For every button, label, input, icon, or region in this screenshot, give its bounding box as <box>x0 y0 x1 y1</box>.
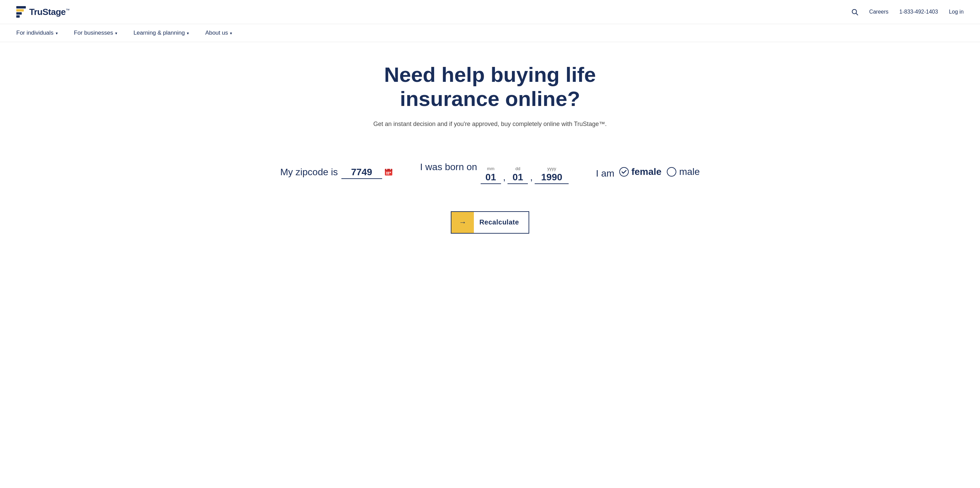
logo-text: TruStage™ <box>29 7 70 17</box>
zipcode-label: My zipcode is <box>280 167 338 178</box>
arrow-icon: → <box>459 218 466 227</box>
zipcode-group: My zipcode is <box>280 167 393 179</box>
logo-bar-1 <box>16 6 26 8</box>
main-nav: For individuals ▾ For businesses ▾ Learn… <box>0 24 980 42</box>
search-icon <box>851 8 858 16</box>
logo[interactable]: TruStage™ <box>16 6 70 17</box>
svg-rect-8 <box>390 172 391 173</box>
arrow-box: → <box>452 212 474 233</box>
zipcode-input-wrapper <box>341 167 393 179</box>
svg-point-0 <box>852 10 856 14</box>
header-right: Careers 1-833-492-1403 Log in <box>851 8 964 16</box>
quote-form: My zipcode is I was born on <box>0 141 980 198</box>
born-label: I was born on <box>420 162 477 173</box>
nav-learning-planning[interactable]: Learning & planning ▾ <box>134 30 189 37</box>
svg-rect-6 <box>386 172 387 173</box>
svg-rect-3 <box>385 169 392 171</box>
month-input[interactable] <box>480 172 501 184</box>
date-sep-1: , <box>503 172 506 183</box>
svg-rect-9 <box>386 173 387 174</box>
search-button[interactable] <box>851 8 858 16</box>
hero-subtitle: Get an instant decision and if you're ap… <box>14 121 966 128</box>
year-input[interactable] <box>535 172 569 184</box>
hero-title: Need help buying life insurance online? <box>371 62 609 111</box>
month-wrapper: mm <box>480 166 501 184</box>
male-circle-icon <box>667 167 676 176</box>
male-option[interactable]: male <box>667 166 700 177</box>
logo-bar-2 <box>16 9 24 11</box>
svg-point-11 <box>620 167 628 176</box>
female-label: female <box>632 166 662 177</box>
mm-label: mm <box>487 166 495 171</box>
recalculate-label: Recalculate <box>479 212 528 232</box>
svg-rect-7 <box>388 172 389 173</box>
chevron-down-icon: ▾ <box>230 31 232 36</box>
chevron-down-icon: ▾ <box>56 31 58 36</box>
button-section: → Recalculate <box>0 198 980 254</box>
day-wrapper: dd <box>508 166 528 184</box>
logo-bar-3 <box>16 12 22 14</box>
careers-link[interactable]: Careers <box>869 9 889 15</box>
calendar-icon <box>384 167 393 178</box>
gender-options: female male <box>619 166 700 177</box>
dd-label: dd <box>515 166 520 171</box>
male-label: male <box>679 166 700 177</box>
phone-link[interactable]: 1-833-492-1403 <box>899 9 938 15</box>
zipcode-input[interactable] <box>341 167 382 179</box>
yyyy-label: yyyy <box>547 166 556 171</box>
hero-section: Need help buying life insurance online? … <box>0 42 980 141</box>
day-input[interactable] <box>508 172 528 184</box>
female-check-icon <box>619 167 629 176</box>
female-option[interactable]: female <box>619 166 662 177</box>
year-wrapper: yyyy <box>535 166 569 184</box>
svg-line-1 <box>856 14 858 15</box>
date-sep-2: , <box>530 172 533 183</box>
chevron-down-icon: ▾ <box>115 31 117 36</box>
nav-about-us[interactable]: About us ▾ <box>205 30 232 37</box>
date-group: mm , dd , yyyy <box>480 166 569 184</box>
logo-icon <box>16 6 26 17</box>
chevron-down-icon: ▾ <box>187 31 189 36</box>
nav-for-businesses[interactable]: For businesses ▾ <box>74 30 117 37</box>
iam-label: I am <box>596 168 614 179</box>
recalculate-button[interactable]: → Recalculate <box>451 211 529 234</box>
svg-point-12 <box>667 167 676 176</box>
site-header: TruStage™ Careers 1-833-492-1403 Log in <box>0 0 980 24</box>
logo-bar-4 <box>16 15 20 17</box>
svg-rect-10 <box>388 173 389 174</box>
login-button[interactable]: Log in <box>949 9 964 15</box>
nav-for-individuals[interactable]: For individuals ▾ <box>16 30 58 37</box>
gender-group: I am female male <box>596 166 700 179</box>
birthdate-group: I was born on mm , dd , yyyy <box>420 162 569 184</box>
